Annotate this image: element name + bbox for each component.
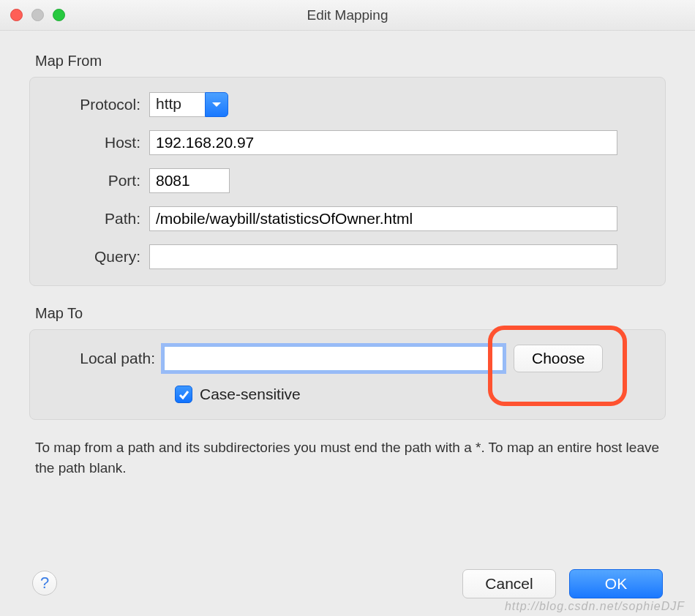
protocol-select[interactable]: http: [149, 92, 228, 117]
path-input[interactable]: [149, 206, 617, 231]
host-input[interactable]: [149, 130, 617, 155]
traffic-lights: [10, 9, 65, 21]
local-path-label: Local path:: [43, 350, 164, 367]
path-label: Path:: [43, 210, 149, 228]
port-input[interactable]: [149, 168, 230, 193]
map-from-panel: Protocol: http Host: Port: Path: Query:: [29, 77, 666, 286]
cancel-button[interactable]: Cancel: [462, 569, 556, 598]
case-sensitive-label: Case-sensitive: [200, 386, 301, 403]
map-from-section-label: Map From: [35, 53, 666, 70]
dialog-footer-buttons: Cancel OK: [462, 569, 663, 598]
window-title: Edit Mapping: [0, 7, 695, 23]
map-to-section-label: Map To: [35, 305, 666, 322]
local-path-input[interactable]: [164, 346, 503, 371]
close-window-button[interactable]: [10, 9, 23, 21]
chevron-down-icon: [211, 101, 222, 108]
protocol-dropdown-button[interactable]: [205, 92, 228, 117]
map-to-panel: Local path: Choose Case-sensitive: [29, 329, 666, 420]
query-label: Query:: [43, 248, 149, 266]
maximize-window-button[interactable]: [53, 9, 65, 21]
protocol-label: Protocol:: [43, 96, 149, 113]
help-button[interactable]: ?: [32, 571, 57, 596]
minimize-window-button[interactable]: [31, 9, 44, 21]
checkmark-icon: [178, 388, 189, 400]
choose-button[interactable]: Choose: [514, 345, 603, 372]
port-label: Port:: [43, 172, 149, 189]
watermark-text: http://blog.csdn.net/sophieDJF: [505, 600, 685, 613]
host-label: Host:: [43, 134, 149, 151]
case-sensitive-checkbox[interactable]: [175, 386, 192, 403]
protocol-value: http: [149, 92, 205, 117]
window-titlebar: Edit Mapping: [0, 0, 695, 31]
ok-button[interactable]: OK: [569, 569, 663, 598]
query-input[interactable]: [149, 244, 617, 269]
hint-text: To map from a path and its subdirectorie…: [35, 437, 660, 478]
